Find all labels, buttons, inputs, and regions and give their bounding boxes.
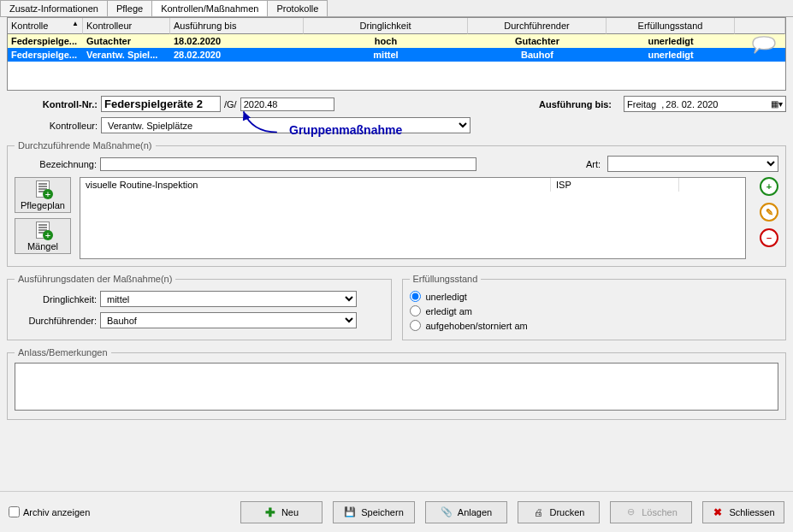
maint-grid[interactable]: visuelle Routine-Inspektion ISP [80, 177, 746, 259]
date-picker[interactable]: Freitag , 28. 02. 2020 ▦▾ [624, 96, 786, 112]
tab-pflege[interactable]: Pflege [107, 0, 152, 16]
drucken-button[interactable]: 🖨Drucken [518, 501, 600, 523]
archive-checkbox[interactable]: Archiv anzeigen [9, 506, 90, 517]
tab-bar: Zusatz-Informationen Pflege Kontrollen/M… [0, 0, 793, 17]
close-icon: ✖ [712, 506, 724, 518]
table-row[interactable]: Federspielge... Verantw. Spiel... 28.02.… [8, 48, 785, 62]
pflegeplan-button[interactable]: + Pflegeplan [15, 177, 71, 213]
label-dringlichkeit: Dringlichkeit: [15, 294, 100, 304]
kontrollnr-field[interactable] [101, 96, 221, 112]
remarks-textarea[interactable] [15, 363, 778, 411]
minus-icon: ⊖ [624, 506, 636, 518]
delete-maint-button[interactable]: – [760, 228, 778, 247]
annotation-label: Gruppenmaßnahme [289, 123, 402, 137]
sort-asc-icon: ▲ [72, 20, 79, 27]
col-ausfuehrung[interactable]: Ausführung bis [170, 18, 304, 34]
col-erfuellung[interactable]: Erfüllungsstand [607, 18, 735, 34]
tab-protokolle[interactable]: Protokolle [267, 0, 328, 16]
maengel-button[interactable]: + Mängel [15, 218, 71, 254]
fieldset-remarks: Anlass/Bemerkungen [7, 347, 786, 420]
tab-kontrollen[interactable]: Kontrollen/Maßnahmen [151, 0, 268, 16]
radio-storniert[interactable] [410, 320, 421, 331]
loeschen-button[interactable]: ⊖Löschen [610, 501, 692, 523]
speichern-button[interactable]: 💾Speichern [333, 501, 415, 523]
kontrolleur-select[interactable]: Verantw. Spielplätze [101, 117, 470, 133]
radio-unerledigt[interactable] [410, 291, 421, 302]
bottom-bar: Archiv anzeigen ✚Neu 💾Speichern 📎Anlagen… [0, 491, 793, 532]
edit-maint-button[interactable]: ✎ [760, 203, 778, 222]
grid: Kontrolle▲ Kontrolleur Ausführung bis Dr… [7, 17, 786, 91]
fieldset-maint: Durchzuführende Maßnahme(n) Bezeichnung:… [7, 140, 786, 267]
comment-icon[interactable] [751, 35, 777, 56]
plus-icon: ✚ [264, 506, 276, 518]
label-art: Art: [586, 159, 604, 169]
clipboard-icon: + [33, 222, 53, 240]
label-ausfuehrung-bis: Ausführung bis: [539, 99, 615, 109]
save-icon: 💾 [344, 506, 356, 518]
col-kontrolleur[interactable]: Kontrolleur [83, 18, 170, 34]
col-dringlichkeit[interactable]: Dringlichkeit [304, 18, 468, 34]
label-bezeichnung: Bezeichnung: [15, 159, 100, 169]
label-kontrollnr: Kontroll-Nr.: [7, 99, 101, 109]
label-durchfuehrender: Durchführender: [15, 316, 100, 326]
printer-icon: 🖨 [533, 506, 545, 518]
durchfuehrender-select[interactable]: Bauhof [100, 312, 357, 328]
paperclip-icon: 📎 [441, 506, 453, 518]
col-kontrolle[interactable]: Kontrolle▲ [8, 18, 83, 34]
fieldset-status: Erfüllungsstand unerledigt erledigt am a… [402, 274, 787, 340]
bezeichnung-input[interactable] [100, 157, 476, 171]
tab-zusatz[interactable]: Zusatz-Informationen [0, 0, 108, 16]
col-durchfuehrender[interactable]: Durchführender [468, 18, 607, 34]
radio-erledigt[interactable] [410, 305, 421, 316]
add-maint-button[interactable]: + [760, 177, 778, 196]
label-kontrolleur: Kontrolleur: [7, 121, 101, 131]
calendar-icon[interactable]: ▦▾ [771, 99, 783, 109]
schliessen-button[interactable]: ✖Schliessen [702, 501, 784, 523]
neu-button[interactable]: ✚Neu [240, 501, 323, 523]
dringlichkeit-select[interactable]: mittel [100, 291, 357, 307]
fieldset-exec: Ausführungsdaten der Maßnahme(n) Dringli… [7, 274, 392, 340]
list-item[interactable]: visuelle Routine-Inspektion ISP [80, 178, 745, 192]
table-row[interactable]: Federspielge... Gutachter 18.02.2020 hoc… [8, 34, 785, 48]
art-select[interactable] [607, 156, 778, 172]
clipboard-icon: + [33, 180, 53, 199]
anlagen-button[interactable]: 📎Anlagen [425, 501, 507, 523]
annotation-arrow-icon [238, 104, 281, 139]
